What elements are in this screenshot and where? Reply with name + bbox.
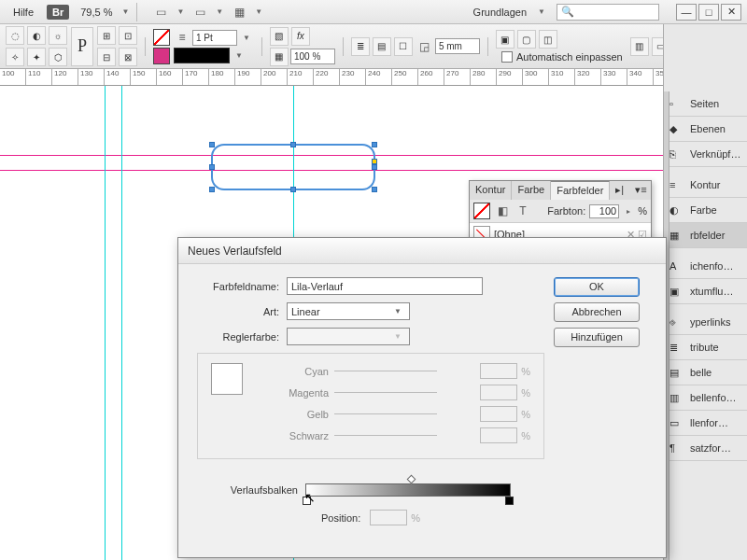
farbton-input[interactable]: 100 bbox=[589, 204, 619, 218]
fill-proxy[interactable] bbox=[473, 203, 490, 219]
chevron-down-icon[interactable]: ▼ bbox=[119, 7, 134, 16]
gradient-ramp[interactable] bbox=[305, 483, 511, 497]
stroke-swatch[interactable] bbox=[153, 48, 170, 64]
fit-icon[interactable]: ▣ bbox=[496, 30, 514, 49]
panel-tab[interactable]: ⎘Verknüpf… bbox=[664, 142, 747, 167]
ruler-tick: 120 bbox=[52, 69, 78, 85]
midpoint-handle[interactable] bbox=[407, 475, 416, 484]
panel-expand-icon[interactable]: ▸| bbox=[610, 181, 629, 200]
tool-icon[interactable]: ◌ bbox=[6, 26, 24, 45]
panel-tab[interactable]: ¶satzfor… bbox=[664, 436, 747, 461]
window-close[interactable]: ✕ bbox=[721, 4, 741, 21]
gradient-stop[interactable] bbox=[303, 497, 311, 505]
channel-slider[interactable] bbox=[334, 386, 476, 399]
position-input[interactable] bbox=[370, 510, 407, 525]
screen-mode-icon[interactable]: ▭ bbox=[191, 4, 208, 21]
autofit-checkbox[interactable]: Automatisch einpassen bbox=[501, 51, 623, 63]
panel-tab[interactable]: ▣xtumflu… bbox=[664, 279, 747, 304]
panel-icon: ≣ bbox=[669, 342, 684, 353]
text-wrap-icon[interactable]: ▤ bbox=[373, 37, 391, 56]
tool-icon[interactable]: ⊠ bbox=[119, 48, 137, 66]
fx-icon[interactable]: fx bbox=[291, 27, 310, 46]
paragraph-style-icon[interactable]: P bbox=[71, 27, 93, 66]
panel-tab[interactable]: ▦rbfelder bbox=[664, 223, 747, 248]
stroke-weight-input[interactable]: 1 Pt bbox=[192, 30, 237, 46]
zoom-level[interactable]: 79,5 % bbox=[75, 5, 118, 20]
selected-frame[interactable] bbox=[211, 144, 375, 190]
fill-swatch[interactable] bbox=[153, 29, 170, 46]
tool-icon[interactable]: ⊟ bbox=[97, 48, 116, 66]
panel-icon: ◐ bbox=[669, 204, 684, 216]
guide[interactable] bbox=[121, 86, 122, 560]
fit-icon[interactable]: ▥ bbox=[630, 37, 649, 56]
channel-label: Magenta bbox=[252, 387, 334, 399]
channel-slider[interactable] bbox=[334, 429, 476, 442]
tool-icon[interactable]: ⬡ bbox=[49, 48, 67, 66]
panel-tab[interactable]: ▥bellenfo… bbox=[664, 385, 747, 411]
gradientbar-label: Verlaufsbalken bbox=[197, 484, 305, 496]
workspace-switcher[interactable]: Grundlagen bbox=[473, 7, 528, 18]
channel-slider[interactable] bbox=[334, 408, 476, 421]
text-wrap-icon[interactable]: ≣ bbox=[351, 37, 370, 56]
ruler-tick: 110 bbox=[26, 69, 52, 85]
stroke-style[interactable] bbox=[174, 48, 230, 63]
channel-label: Gelb bbox=[252, 409, 334, 420]
tool-icon[interactable]: ◐ bbox=[27, 26, 46, 45]
cancel-button[interactable]: Abbrechen bbox=[554, 302, 640, 322]
panel-tab[interactable]: ▤belle bbox=[664, 360, 747, 385]
corner-input[interactable]: 5 mm bbox=[435, 38, 480, 54]
ruler-tick: 250 bbox=[392, 69, 418, 85]
menubar: Hilfe Br 79,5 %▼ ▭▼ ▭▼ ▦▼ Grundlagen▼ 🔍 … bbox=[0, 0, 747, 24]
panel-tab[interactable]: ▫Seiten bbox=[664, 91, 747, 117]
tool-icon[interactable]: ▧ bbox=[270, 27, 289, 46]
text-icon[interactable]: T bbox=[514, 203, 531, 219]
ruler-tick: 130 bbox=[78, 69, 105, 85]
panel-tab[interactable]: ◐Farbe bbox=[664, 198, 747, 223]
fit-icon[interactable]: ▢ bbox=[517, 30, 536, 49]
add-button[interactable]: Hinzufügen bbox=[554, 328, 640, 347]
search-input[interactable]: 🔍 bbox=[557, 4, 659, 21]
type-dropdown[interactable]: Linear▼ bbox=[287, 302, 410, 320]
tool-icon[interactable]: ⊡ bbox=[119, 26, 137, 45]
channel-value[interactable] bbox=[480, 385, 517, 400]
tab-farbe[interactable]: Farbe bbox=[512, 181, 551, 200]
channel-value[interactable] bbox=[480, 406, 517, 422]
panel-icon: ▥ bbox=[669, 392, 684, 403]
stopcolor-dropdown[interactable]: ▼ bbox=[287, 328, 410, 345]
arrange-icon[interactable]: ▦ bbox=[231, 4, 247, 21]
channel-value[interactable] bbox=[480, 363, 517, 379]
tool-icon[interactable]: ▦ bbox=[270, 48, 289, 66]
panel-menu-icon[interactable]: ▾≡ bbox=[629, 181, 652, 200]
tool-icon[interactable]: ✧ bbox=[6, 48, 24, 66]
window-minimize[interactable]: — bbox=[676, 4, 697, 21]
opacity-input[interactable]: 100 % bbox=[290, 49, 335, 64]
panel-tab[interactable]: ≡Kontur bbox=[664, 173, 747, 198]
panel-tab[interactable]: ≣tribute bbox=[664, 335, 747, 360]
fit-icon[interactable]: ◫ bbox=[539, 30, 557, 49]
ok-button[interactable]: OK bbox=[554, 277, 640, 297]
gradient-stop[interactable] bbox=[505, 497, 514, 505]
tool-icon[interactable]: ⊞ bbox=[97, 26, 116, 45]
view-option-icon[interactable]: ▭ bbox=[152, 4, 169, 21]
text-wrap-icon[interactable]: ☐ bbox=[394, 37, 413, 56]
ruler-tick: 170 bbox=[183, 69, 209, 85]
window-maximize[interactable]: □ bbox=[698, 4, 719, 21]
channel-value[interactable] bbox=[480, 427, 517, 443]
panel-tab[interactable]: ⎆yperlinks bbox=[664, 310, 747, 335]
panel-tab[interactable]: Aichenfo… bbox=[664, 254, 747, 279]
dialog-title: Neues Verlaufsfeld bbox=[178, 238, 666, 264]
menu-help[interactable]: Hilfe bbox=[6, 4, 41, 21]
panel-tab[interactable]: ▭llenfor… bbox=[664, 411, 747, 436]
channel-slider[interactable] bbox=[334, 365, 476, 378]
tab-farbfelder[interactable]: Farbfelder bbox=[551, 181, 610, 200]
guide[interactable] bbox=[105, 86, 106, 560]
ruler-tick: 200 bbox=[261, 69, 288, 85]
tab-kontur[interactable]: Kontur bbox=[470, 181, 512, 200]
container-icon[interactable]: ◧ bbox=[494, 203, 511, 219]
tool-icon[interactable]: ☼ bbox=[49, 26, 67, 45]
type-label: Art: bbox=[197, 306, 287, 317]
swatch-name-input[interactable] bbox=[287, 277, 483, 295]
panel-tab[interactable]: ◆Ebenen bbox=[664, 117, 747, 142]
tool-icon[interactable]: ✦ bbox=[27, 48, 46, 66]
bridge-button[interactable]: Br bbox=[47, 5, 69, 20]
